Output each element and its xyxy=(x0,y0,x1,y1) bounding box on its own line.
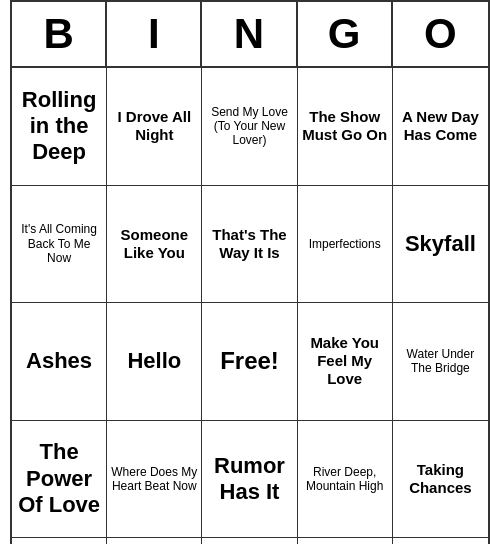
bingo-cell-8[interactable]: Imperfections xyxy=(298,186,393,304)
bingo-cell-17[interactable]: Rumor Has It xyxy=(202,421,297,539)
bingo-cell-7[interactable]: That's The Way It Is xyxy=(202,186,297,304)
cell-text: Hello xyxy=(127,348,181,374)
bingo-cell-24[interactable]: When We Were Young xyxy=(393,538,488,544)
bingo-cell-1[interactable]: I Drove All Night xyxy=(107,68,202,186)
cell-text: Make You Feel My Love xyxy=(302,334,388,388)
bingo-cell-20[interactable]: My Heart Will Go On xyxy=(12,538,107,544)
cell-text: Free! xyxy=(220,347,279,376)
cell-text: Taking Chances xyxy=(397,461,484,497)
bingo-letter-b: B xyxy=(12,2,107,66)
bingo-letter-n: N xyxy=(202,2,297,66)
bingo-cell-16[interactable]: Where Does My Heart Beat Now xyxy=(107,421,202,539)
cell-text: The Power Of Love xyxy=(16,439,102,518)
cell-text: Send My Love (To Your New Lover) xyxy=(206,105,292,148)
bingo-cell-15[interactable]: The Power Of Love xyxy=(12,421,107,539)
cell-text: Where Does My Heart Beat Now xyxy=(111,465,197,494)
cell-text: River Deep, Mountain High xyxy=(302,465,388,494)
bingo-cell-21[interactable]: Chasing Pavements xyxy=(107,538,202,544)
bingo-cell-4[interactable]: A New Day Has Come xyxy=(393,68,488,186)
bingo-letter-g: G xyxy=(298,2,393,66)
bingo-cell-2[interactable]: Send My Love (To Your New Lover) xyxy=(202,68,297,186)
cell-text: The Show Must Go On xyxy=(302,108,388,144)
bingo-cell-14[interactable]: Water Under The Bridge xyxy=(393,303,488,421)
bingo-cell-5[interactable]: It's All Coming Back To Me Now xyxy=(12,186,107,304)
bingo-cell-9[interactable]: Skyfall xyxy=(393,186,488,304)
bingo-cell-13[interactable]: Make You Feel My Love xyxy=(298,303,393,421)
cell-text: Imperfections xyxy=(309,237,381,251)
cell-text: I Drove All Night xyxy=(111,108,197,144)
cell-text: That's The Way It Is xyxy=(206,226,292,262)
bingo-cell-22[interactable]: Set Fire To The Rain xyxy=(202,538,297,544)
bingo-cell-12[interactable]: Free! xyxy=(202,303,297,421)
cell-text: Rumor Has It xyxy=(206,453,292,506)
bingo-cell-6[interactable]: Someone Like You xyxy=(107,186,202,304)
bingo-cell-0[interactable]: Rolling in the Deep xyxy=(12,68,107,186)
bingo-letter-i: I xyxy=(107,2,202,66)
bingo-card: BINGO Rolling in the DeepI Drove All Nig… xyxy=(10,0,490,544)
bingo-cell-18[interactable]: River Deep, Mountain High xyxy=(298,421,393,539)
cell-text: Someone Like You xyxy=(111,226,197,262)
bingo-cell-3[interactable]: The Show Must Go On xyxy=(298,68,393,186)
bingo-cell-19[interactable]: Taking Chances xyxy=(393,421,488,539)
bingo-cell-10[interactable]: Ashes xyxy=(12,303,107,421)
cell-text: A New Day Has Come xyxy=(397,108,484,144)
bingo-letter-o: O xyxy=(393,2,488,66)
bingo-cell-11[interactable]: Hello xyxy=(107,303,202,421)
cell-text: Rolling in the Deep xyxy=(16,87,102,166)
bingo-cell-23[interactable]: Turning Tables xyxy=(298,538,393,544)
cell-text: Water Under The Bridge xyxy=(397,347,484,376)
bingo-header: BINGO xyxy=(12,2,488,68)
cell-text: Skyfall xyxy=(405,231,476,257)
bingo-grid: Rolling in the DeepI Drove All NightSend… xyxy=(12,68,488,544)
cell-text: It's All Coming Back To Me Now xyxy=(16,222,102,265)
cell-text: Ashes xyxy=(26,348,92,374)
